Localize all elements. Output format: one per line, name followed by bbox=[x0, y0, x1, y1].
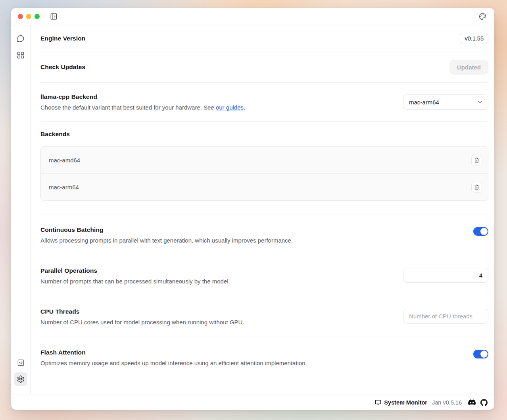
engine-version-label: Engine Version bbox=[40, 35, 85, 42]
backends-list: mac-amd64 mac-arm64 bbox=[40, 146, 488, 201]
sidebar-item-local-api[interactable] bbox=[14, 356, 27, 369]
settings-panel: Engine Version v0.1.55 Check Updates Upd… bbox=[31, 25, 494, 395]
continuous-batching-row: Continuous Batching Allows processing pr… bbox=[40, 214, 488, 255]
cpu-threads-row: CPU Threads Number of CPU cores used for… bbox=[40, 296, 488, 337]
check-updates-row: Check Updates Updated bbox=[40, 52, 488, 83]
parallel-operations-description: Number of prompts that can be processed … bbox=[40, 278, 230, 285]
backend-item: mac-arm64 bbox=[41, 173, 488, 200]
backend-description: Choose the default variant that best sui… bbox=[40, 104, 245, 111]
discord-icon[interactable] bbox=[468, 399, 476, 406]
delete-backend-button[interactable] bbox=[471, 155, 482, 166]
parallel-operations-input[interactable] bbox=[403, 268, 488, 283]
apps-grid-icon bbox=[17, 51, 25, 59]
parallel-operations-row: Parallel Operations Number of prompts th… bbox=[40, 255, 488, 296]
flash-attention-toggle[interactable] bbox=[473, 350, 488, 358]
parallel-operations-label: Parallel Operations bbox=[40, 267, 230, 274]
sidebar-item-settings[interactable] bbox=[14, 372, 27, 386]
engine-version-row: Engine Version v0.1.55 bbox=[40, 25, 488, 52]
cpu-threads-input[interactable] bbox=[403, 309, 488, 324]
continuous-batching-label: Continuous Batching bbox=[40, 226, 293, 233]
settings-gear-icon bbox=[17, 375, 25, 383]
app-window: Engine Version v0.1.55 Check Updates Upd… bbox=[11, 8, 494, 410]
palette-icon[interactable] bbox=[479, 13, 486, 20]
flash-attention-description: Optimizes memory usage and speeds up mod… bbox=[40, 360, 307, 366]
system-monitor-label: System Monitor bbox=[384, 399, 427, 406]
backend-select[interactable]: mac-arm64 bbox=[403, 94, 488, 110]
backend-item: mac-amd64 bbox=[41, 146, 488, 173]
backend-item-name: mac-amd64 bbox=[49, 157, 80, 164]
backend-item-name: mac-arm64 bbox=[49, 184, 79, 191]
flash-attention-row: Flash Attention Optimizes memory usage a… bbox=[40, 337, 488, 378]
close-button[interactable] bbox=[18, 14, 23, 19]
backends-section: Backends mac-amd64 mac-arm64 bbox=[40, 122, 488, 214]
traffic-lights bbox=[18, 14, 40, 19]
sidebar bbox=[11, 25, 31, 395]
chat-icon bbox=[17, 35, 25, 42]
sidebar-item-chat[interactable] bbox=[14, 32, 27, 45]
engine-version-badge: v0.1.55 bbox=[460, 33, 488, 44]
minimize-button[interactable] bbox=[26, 14, 31, 19]
sidebar-item-hub[interactable] bbox=[14, 48, 27, 62]
cpu-threads-description: Number of CPU cores used for model proce… bbox=[40, 319, 244, 326]
backend-row: llama-cpp Backend Choose the default var… bbox=[40, 83, 488, 122]
backend-select-value: mac-arm64 bbox=[409, 99, 439, 106]
panel-toggle-icon[interactable] bbox=[50, 13, 58, 20]
continuous-batching-description: Allows processing prompts in parallel wi… bbox=[40, 237, 293, 244]
zoom-button[interactable] bbox=[35, 14, 40, 19]
github-icon[interactable] bbox=[480, 399, 488, 406]
trash-icon bbox=[474, 185, 479, 190]
status-bar: System Monitor Jan v0.5.16 bbox=[11, 395, 494, 410]
delete-backend-button[interactable] bbox=[471, 182, 482, 193]
trash-icon bbox=[474, 158, 479, 163]
backends-label: Backends bbox=[40, 131, 488, 138]
continuous-batching-toggle[interactable] bbox=[473, 227, 488, 236]
titlebar bbox=[11, 8, 494, 25]
code-icon bbox=[17, 359, 25, 366]
backend-description-text: Choose the default variant that best sui… bbox=[40, 104, 216, 111]
guides-link[interactable]: our guides. bbox=[216, 104, 245, 111]
check-updates-label: Check Updates bbox=[40, 64, 85, 71]
app-version: Jan v0.5.16 bbox=[432, 399, 462, 406]
backend-label: llama-cpp Backend bbox=[40, 93, 245, 100]
check-updates-button[interactable]: Updated bbox=[449, 60, 488, 75]
cpu-threads-label: CPU Threads bbox=[40, 308, 244, 315]
flash-attention-label: Flash Attention bbox=[40, 349, 307, 356]
system-monitor-button[interactable]: System Monitor bbox=[375, 399, 427, 406]
chevron-down-icon bbox=[477, 99, 483, 105]
monitor-icon bbox=[375, 399, 381, 406]
